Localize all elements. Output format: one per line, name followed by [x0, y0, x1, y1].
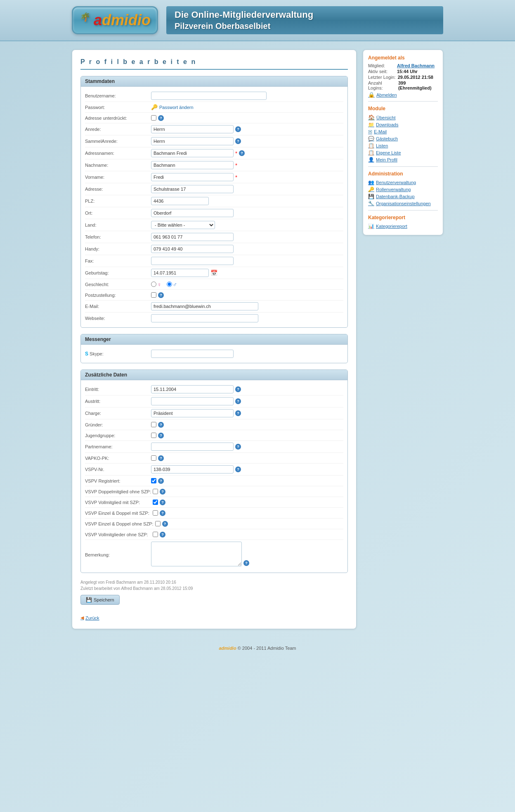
info-vspv-einzel-doppel-ohne[interactable]: ? — [162, 521, 168, 527]
input-austritt[interactable] — [151, 397, 234, 405]
input-skype[interactable] — [151, 350, 234, 358]
row-austritt: Austritt: ? — [85, 395, 343, 407]
info-vspv-nr[interactable]: ? — [235, 466, 241, 472]
row-handy: Handy: — [85, 243, 343, 255]
input-adressname[interactable] — [151, 149, 234, 157]
info-bernerkung[interactable]: ? — [243, 560, 249, 566]
checkbox-vspv-doppel[interactable] — [153, 489, 158, 494]
checkbox-vspv-registriert[interactable] — [151, 478, 156, 483]
abmelden-link[interactable]: 🔒 Abmelden — [368, 92, 438, 98]
label-vspv-voll-szp: VSVP Vollmitglied mit SZP: — [85, 500, 151, 505]
nav-datenbank[interactable]: 💾 Datenbank-Backup — [368, 193, 438, 200]
nav-rollenverwaltung[interactable]: 🔑 Rollenverwaltung — [368, 186, 438, 193]
nav-kategoriereport[interactable]: 📊 Kategoriereport — [368, 223, 438, 230]
nav-gastebuch[interactable]: 💬 Gästebuch — [368, 135, 438, 142]
label-charge: Charge: — [85, 411, 151, 416]
value-vspv-doppel: ? — [153, 489, 343, 495]
nav-eigene-liste[interactable]: 📋 Eigene Liste — [368, 149, 438, 156]
input-email[interactable] — [151, 302, 258, 310]
nav-email[interactable]: ✉ E-Mail — [368, 128, 438, 135]
female-icon: ♀ — [157, 281, 162, 288]
radio-male[interactable] — [167, 282, 172, 287]
input-eintritt[interactable] — [151, 385, 234, 393]
info-austritt[interactable]: ? — [235, 398, 241, 404]
info-adressname[interactable]: ? — [239, 150, 245, 156]
input-anrede[interactable] — [151, 125, 234, 133]
info-partnername[interactable]: ? — [235, 444, 241, 450]
footer: admidio © 2004 - 2011 Admidio Team — [0, 637, 515, 659]
row-webseite: Webseite: — [85, 312, 343, 324]
value-vspv-einzel-doppel-ohne: ? — [155, 521, 343, 527]
value-grunder: ? — [151, 422, 343, 428]
radio-female[interactable] — [151, 282, 156, 287]
textarea-bernerkung[interactable] — [151, 542, 242, 566]
value-vspv-nr: ? — [151, 465, 343, 473]
input-plz[interactable] — [151, 197, 209, 205]
info-grunder[interactable]: ? — [158, 422, 164, 428]
back-link[interactable]: ◀ Zurück — [80, 615, 99, 620]
nav-listen[interactable]: 📋 Listen — [368, 142, 438, 149]
info-eintritt[interactable]: ? — [235, 386, 241, 392]
header-titles: Die Online-Mitgliederverwaltung Pilzvere… — [166, 6, 443, 34]
label-land: Land: — [85, 223, 151, 227]
info-postzustellung[interactable]: ? — [158, 292, 164, 298]
checkbox-vspv-einzel-doppel[interactable] — [153, 510, 158, 516]
checkbox-vapko[interactable] — [151, 455, 156, 461]
input-charge[interactable] — [151, 409, 234, 417]
input-adresse[interactable] — [151, 185, 234, 193]
nav-benutzerverwaltung[interactable]: 👥 Benutzerverwaltung — [368, 179, 438, 186]
nav-ubersicht[interactable]: 🏠 Übersicht — [368, 114, 438, 121]
nav-mein-profil[interactable]: 👤 Mein Profil — [368, 156, 438, 163]
value-geschlecht: ♀ ♂ — [151, 281, 343, 288]
radio-male-label[interactable]: ♂ — [167, 281, 177, 288]
save-button[interactable]: 💾 Speichern — [80, 595, 120, 605]
nav-organisationseinstellungen[interactable]: 🔧 Organisationseinstellungen — [368, 200, 438, 207]
input-benutzername[interactable] — [151, 92, 267, 100]
value-benutzername — [151, 92, 343, 100]
checkbox-jugendgruppe[interactable] — [151, 433, 156, 438]
info-anrede[interactable]: ? — [235, 126, 241, 132]
checkbox-vspv-vollmitglieder[interactable] — [153, 532, 158, 537]
header: 🌴 admidio Die Online-Mitgliederverwaltun… — [0, 0, 515, 41]
input-ort[interactable] — [151, 209, 234, 217]
info-vspv-voll-szp[interactable]: ? — [160, 500, 165, 505]
label-vspv-registriert: VSPV Registriert: — [85, 478, 151, 483]
checkbox-grunder[interactable] — [151, 422, 156, 427]
input-partnername[interactable] — [151, 443, 234, 451]
input-webseite[interactable] — [151, 314, 258, 322]
info-vspv-vollmitglieder[interactable]: ? — [160, 532, 165, 537]
checkbox-adresse-unterdruckt[interactable] — [151, 115, 156, 121]
input-nachname[interactable] — [151, 161, 234, 169]
info-sammelanrede[interactable]: ? — [235, 138, 241, 144]
input-handy[interactable] — [151, 245, 234, 253]
calendar-icon[interactable]: 📅 — [210, 270, 217, 276]
input-geburtstag[interactable] — [151, 269, 209, 277]
logo-box: 🌴 admidio — [72, 6, 158, 34]
input-fax[interactable] — [151, 257, 234, 265]
mitglied-link[interactable]: Alfred Bachmann — [397, 63, 435, 68]
select-land[interactable]: - Bitte wählen - Schweiz Deutschland Öst… — [151, 221, 215, 229]
page-title: P r o f i l b e a r b e i t e n — [80, 58, 348, 70]
envelope-icon: ✉ — [368, 129, 372, 135]
info-vspv-registriert[interactable]: ? — [158, 478, 164, 484]
checkbox-vspv-voll-szp[interactable] — [153, 500, 158, 505]
info-vspv-doppel[interactable]: ? — [160, 489, 165, 495]
info-vspv-einzel-doppel[interactable]: ? — [160, 510, 165, 516]
row-mitglied: Mitglied: Alfred Bachmann — [368, 63, 438, 68]
checkbox-vspv-einzel-doppel-ohne[interactable] — [155, 521, 161, 526]
checkbox-postzustellung[interactable] — [151, 292, 156, 298]
input-vspv-nr[interactable] — [151, 465, 234, 473]
radio-female-label[interactable]: ♀ — [151, 281, 162, 288]
passwort-link[interactable]: Passwort ändern — [159, 105, 194, 110]
row-postzustellung: Postzustellung: ? — [85, 290, 343, 301]
label-adresse-unterdruckt: Adresse unterdrückt: — [85, 116, 151, 121]
info-adresse-unterdruckt[interactable]: ? — [158, 115, 164, 121]
info-charge[interactable]: ? — [235, 410, 241, 416]
row-ort: Ort: — [85, 207, 343, 219]
input-telefon[interactable] — [151, 233, 234, 241]
input-vorname[interactable] — [151, 173, 234, 181]
input-sammelanrede[interactable] — [151, 137, 234, 145]
nav-downloads[interactable]: 📁 Downloads — [368, 121, 438, 128]
info-vapko[interactable]: ? — [158, 455, 164, 461]
info-jugendgruppe[interactable]: ? — [158, 433, 164, 438]
